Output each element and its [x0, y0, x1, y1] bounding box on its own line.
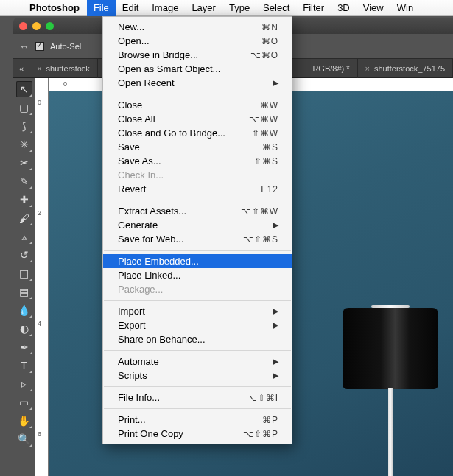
menu-item-label: Revert [118, 183, 261, 195]
menubar-item-3d[interactable]: 3D [331, 0, 357, 16]
pen-tool[interactable]: ✒ [16, 339, 32, 355]
ruler-tick: 0 [38, 99, 41, 106]
auto-select-label: Auto-Sel [50, 42, 81, 51]
menu-item-browse-in-bridge[interactable]: Browse in Bridge...⌥⌘O [103, 48, 292, 62]
menu-item-label: Open... [118, 35, 261, 46]
path-selection-tool[interactable]: ▹ [16, 376, 32, 392]
menu-item-revert[interactable]: RevertF12 [103, 182, 292, 196]
tab-nav-prev-icon[interactable]: « [13, 64, 29, 73]
menu-item-label: Generate [118, 220, 273, 231]
move-tool[interactable]: ↖ [16, 81, 32, 97]
menu-item-label: Close All [118, 113, 249, 125]
menu-item-label: Scripts [118, 370, 273, 381]
menu-shortcut: ⇧⌘W [252, 128, 278, 139]
menubar-item-select[interactable]: Select [256, 0, 296, 16]
close-tab-icon[interactable]: × [37, 59, 41, 78]
menu-item-label: Export [118, 320, 273, 331]
brush-tool[interactable]: 🖌 [16, 210, 32, 226]
menu-item-save-for-web[interactable]: Save for Web...⌥⇧⌘S [103, 232, 292, 246]
menu-shortcut: ⌥⇧⌘W [241, 206, 278, 217]
type-tool[interactable]: T [16, 357, 32, 374]
menu-item-new[interactable]: New...⌘N [103, 20, 292, 34]
menubar-item-filter[interactable]: Filter [296, 0, 331, 16]
menu-item-label: Automate [118, 356, 273, 367]
dodge-tool[interactable]: ◐ [16, 321, 32, 337]
menu-separator [104, 300, 291, 301]
magic-wand-tool[interactable]: ✳ [16, 136, 32, 153]
menu-item-automate[interactable]: Automate▶ [103, 354, 292, 368]
menu-item-extract-assets[interactable]: Extract Assets...⌥⇧⌘W [103, 204, 292, 218]
document-tab[interactable]: RGB/8#) * [305, 59, 357, 78]
submenu-arrow-icon: ▶ [273, 307, 278, 316]
menu-item-open-as-smart-object[interactable]: Open as Smart Object... [103, 62, 292, 76]
menubar-item-win[interactable]: Win [390, 0, 420, 16]
zoom-window-icon[interactable] [46, 22, 54, 30]
menu-item-label: File Info... [118, 392, 247, 403]
menu-item-print[interactable]: Print...⌘P [103, 413, 292, 427]
menu-shortcut: ⌥⇧⌘P [243, 429, 278, 439]
minimize-window-icon[interactable] [32, 22, 41, 30]
marquee-tool[interactable]: ▢ [16, 99, 32, 116]
close-tab-icon[interactable]: × [365, 59, 370, 78]
menu-item-open[interactable]: Open...⌘O [103, 34, 292, 48]
menu-item-label: Close and Go to Bridge... [118, 127, 252, 139]
close-window-icon[interactable] [19, 22, 27, 30]
hand-tool[interactable]: ✋ [16, 413, 32, 429]
eraser-tool[interactable]: ◫ [16, 265, 32, 281]
ruler-tick: 4 [38, 320, 41, 327]
app-name[interactable]: Photoshop [22, 2, 87, 13]
menu-item-open-recent[interactable]: Open Recent▶ [103, 76, 292, 90]
menu-item-import[interactable]: Import▶ [103, 304, 292, 318]
zoom-tool[interactable]: 🔍 [16, 431, 32, 447]
menu-item-label: Import [118, 306, 273, 317]
menu-item-place-embedded[interactable]: Place Embedded... [103, 254, 292, 268]
submenu-arrow-icon: ▶ [273, 220, 278, 230]
blur-tool[interactable]: 💧 [16, 302, 32, 318]
menu-item-close-and-go-to-bridge[interactable]: Close and Go to Bridge...⇧⌘W [103, 126, 292, 140]
ruler-tick: 6 [38, 430, 41, 438]
menu-item-generate[interactable]: Generate▶ [103, 218, 292, 232]
ruler-vertical[interactable]: 0246 [35, 91, 49, 476]
menu-separator [104, 250, 291, 251]
rectangle-tool[interactable]: ▭ [16, 394, 32, 410]
menu-shortcut: ⌥⇧⌘I [247, 393, 278, 403]
menu-item-label: Extract Assets... [118, 206, 241, 217]
document-tab[interactable]: × shutterstock [29, 59, 98, 78]
menubar-item-image[interactable]: Image [145, 0, 185, 16]
auto-select-checkbox[interactable] [35, 42, 44, 51]
healing-brush-tool[interactable]: ✚ [16, 192, 32, 208]
menu-item-label: Save for Web... [118, 234, 243, 245]
menubar-item-type[interactable]: Type [222, 0, 256, 16]
ruler-origin[interactable] [35, 78, 49, 91]
lasso-tool[interactable]: ⟆ [16, 118, 32, 134]
menu-item-save[interactable]: Save⌘S [103, 140, 292, 154]
menubar-item-view[interactable]: View [357, 0, 390, 16]
menu-item-close-all[interactable]: Close All⌥⌘W [103, 112, 292, 126]
menu-item-label: Print... [118, 414, 262, 425]
menu-separator [104, 386, 291, 387]
menubar-item-edit[interactable]: Edit [116, 0, 145, 16]
menu-item-file-info[interactable]: File Info...⌥⇧⌘I [103, 391, 292, 405]
menu-item-export[interactable]: Export▶ [103, 318, 292, 332]
menubar-item-layer[interactable]: Layer [185, 0, 222, 16]
menu-shortcut: ⇧⌘S [254, 156, 278, 167]
history-brush-tool[interactable]: ↺ [16, 247, 32, 263]
menubar-item-file[interactable]: File [87, 0, 116, 16]
menu-item-share-on-behance[interactable]: Share on Behance... [103, 332, 292, 346]
document-tab[interactable]: × shutterstock_75175 [358, 59, 453, 78]
menu-item-print-one-copy[interactable]: Print One Copy⌥⇧⌘P [103, 427, 292, 441]
submenu-arrow-icon: ▶ [273, 321, 278, 330]
clone-stamp-tool[interactable]: ⟁ [16, 228, 32, 245]
crop-tool[interactable]: ✂ [16, 155, 32, 171]
eyedropper-tool[interactable]: ✎ [16, 173, 32, 189]
menu-item-save-as[interactable]: Save As...⇧⌘S [103, 154, 292, 168]
menu-item-label: Open as Smart Object... [118, 63, 278, 74]
menu-item-label: New... [118, 21, 261, 32]
menu-item-label: Open Recent [118, 77, 273, 88]
menu-item-scripts[interactable]: Scripts▶ [103, 368, 292, 382]
menu-item-place-linked[interactable]: Place Linked... [103, 268, 292, 282]
menu-item-label: Save As... [118, 155, 254, 167]
menu-item-check-in: Check In... [103, 168, 292, 182]
menu-item-close[interactable]: Close⌘W [103, 98, 292, 112]
gradient-tool[interactable]: ▤ [16, 284, 32, 300]
